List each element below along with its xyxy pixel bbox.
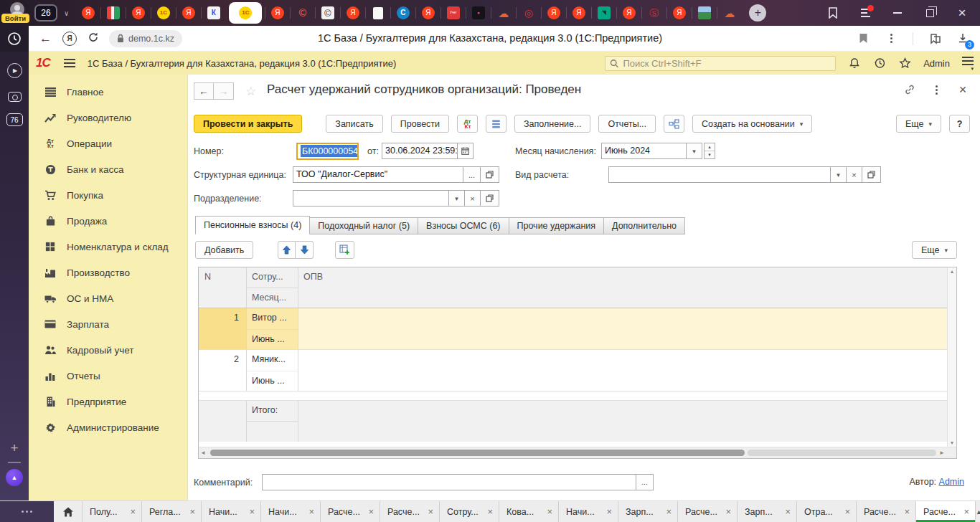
column-header-n[interactable]: N [199,267,247,308]
browser-tab[interactable]: 1С [229,2,262,24]
browser-tab[interactable]: Я [265,0,290,26]
minimize-button[interactable] [891,6,904,19]
horizontal-scrollbar[interactable]: ◄ ► [199,447,956,458]
notifications-icon[interactable] [848,57,861,70]
month-spinner[interactable]: ▴▾ [704,143,715,159]
service-menu-icon[interactable]: ▾ [962,57,974,70]
browser-tab[interactable]: Я [126,0,151,26]
close-icon[interactable]: × [606,506,612,517]
create-on-base-button[interactable]: Создать на основании▾ [692,115,812,133]
nav-item-predpriyatie[interactable]: Предприятие [29,389,187,414]
browser-tab[interactable]: Ⓢ [641,0,666,26]
dtkt-movements-button[interactable]: ДтКт [457,115,478,133]
page-tab[interactable]: Дополнительно [604,217,685,234]
nav-item-zarplata[interactable]: Зарплата [29,311,187,337]
close-icon[interactable]: × [666,506,672,517]
author-link[interactable]: Admin [939,477,964,487]
window-tab[interactable]: Отра... × [797,501,857,522]
more-button[interactable]: Еще▾ [896,115,941,133]
browser-tab[interactable]: ◥ [591,0,616,26]
dropdown-icon[interactable]: ▾ [686,143,702,158]
window-tab[interactable]: Расче... × [857,501,916,522]
close-button[interactable]: × [956,6,969,19]
tab-counter[interactable]: 26 [34,4,57,22]
window-tab[interactable]: Начи... × [261,501,321,522]
clear-icon[interactable]: × [846,167,862,182]
close-icon[interactable]: × [249,506,255,517]
browser-tab[interactable]: Я [415,0,440,26]
close-form-icon[interactable]: × [957,84,969,95]
alice-icon[interactable]: ▲ [0,469,29,486]
month-input[interactable]: Июнь 2024 ▾ [601,143,702,159]
more-menu-icon[interactable] [930,84,942,95]
close-icon[interactable]: × [428,506,433,517]
open-icon[interactable] [862,167,880,182]
browser-tab[interactable]: Учет [440,0,466,26]
browser-profile[interactable]: Войти [0,0,32,26]
taskbar-corner[interactable] [0,501,54,522]
global-search[interactable] [605,56,836,71]
add-row-button[interactable]: Добавить [195,241,253,259]
nav-item-rukovoditelyu[interactable]: Руководителю [29,105,187,130]
browser-tab[interactable] [365,0,390,26]
month-cell[interactable]: Июнь ... [247,329,298,350]
close-icon[interactable]: × [130,506,136,517]
tabs-badge[interactable]: 76 [0,113,29,126]
browser-tab[interactable] [692,0,717,26]
comment-expand-button[interactable]: ... [636,475,653,490]
employee-cell[interactable]: Мяник... [247,350,298,371]
search-input[interactable] [621,57,831,70]
browser-tab[interactable]: Я [566,0,591,26]
opv-cell[interactable] [298,350,947,391]
browser-tab[interactable]: ☁ [717,0,742,26]
number-input[interactable]: БК000000054 [296,143,359,160]
post-button[interactable]: Провести [391,115,449,133]
browser-tab[interactable]: ◎ [516,0,541,26]
back-icon[interactable]: ← [39,32,52,44]
window-tab[interactable]: Полу... × [83,501,142,522]
window-tab[interactable]: Расче... × [380,501,440,522]
nav-item-kadrovy-uchet[interactable]: Кадровый учет [29,337,187,363]
write-button[interactable]: Записать [326,115,382,133]
window-tab[interactable]: Расче... × [321,501,380,522]
dropdown-icon[interactable]: ▾ [448,191,464,206]
open-icon[interactable] [480,167,499,182]
window-tab[interactable]: Расче... × [916,501,976,522]
calendar-icon[interactable] [457,143,473,158]
nav-item-os-nma[interactable]: ОС и НМА [29,285,187,311]
page-tab[interactable]: Взносы ОСМС (6) [418,217,509,234]
yandex-button[interactable]: Я [62,32,77,46]
close-icon[interactable]: × [308,506,314,517]
date-input[interactable]: 30.06.2024 23:59:59 [382,143,473,159]
browser-tab[interactable]: К [201,0,226,26]
window-tab[interactable]: Сотру... × [440,501,499,522]
page-tab[interactable]: Подоходный налог (5) [310,217,418,234]
move-down-button[interactable] [296,241,314,259]
browser-tab[interactable]: ☁ [491,0,516,26]
employee-cell[interactable]: Витор ... [247,308,298,329]
table-row[interactable]: 1 Витор ... Июнь ... [199,308,947,350]
close-icon[interactable]: × [368,506,374,517]
register-records-button[interactable] [486,115,507,133]
copy-link-icon[interactable] [904,84,915,95]
window-tab[interactable]: Начи... × [559,501,618,522]
close-icon[interactable]: × [547,506,552,517]
add-panel-icon[interactable]: + [0,440,29,456]
window-tab[interactable]: Начи... × [202,501,261,522]
fill-button[interactable]: Заполнение... [514,115,590,133]
close-icon[interactable]: × [904,506,910,517]
nav-item-glavnoe[interactable]: Главное [29,79,187,105]
form-back-button[interactable]: ← [194,82,214,100]
close-icon[interactable]: × [725,506,731,517]
nav-item-proizvodstvo[interactable]: Производство [29,260,187,285]
favorite-star-icon[interactable]: ☆ [245,84,256,99]
column-header-opv[interactable]: ОПВ [298,267,947,308]
browser-tab[interactable]: Я [340,0,365,26]
home-button[interactable] [54,501,83,522]
panel-menu-icon[interactable] [859,6,872,19]
table-row[interactable]: 2 Мяник... Июнь ... [199,350,947,392]
browser-tab[interactable]: Я [616,0,641,26]
nav-item-administrirovanie[interactable]: Администрирование [29,414,187,440]
browser-tab[interactable]: Я [75,0,100,26]
browser-tab[interactable]: Я [541,0,566,26]
